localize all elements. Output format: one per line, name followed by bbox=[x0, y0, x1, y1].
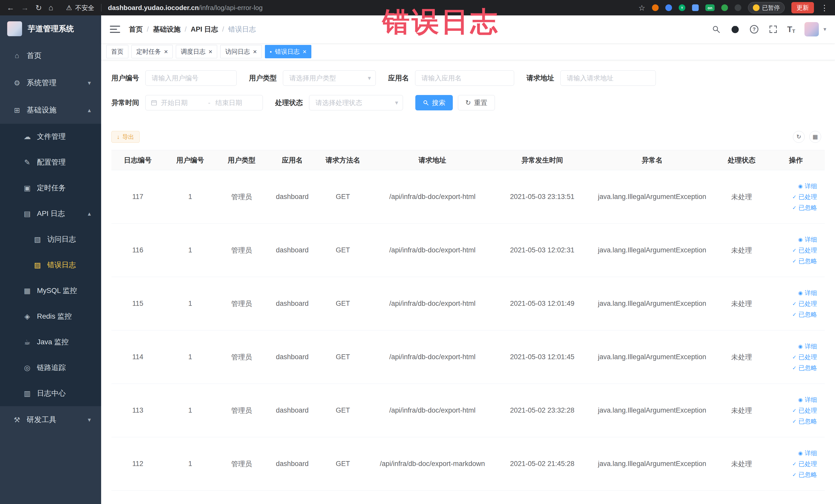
close-icon[interactable]: × bbox=[164, 48, 168, 55]
filter-exception-time: 异常时间 开始日期 - 结束日期 bbox=[111, 95, 263, 110]
sidebar-item-access-log[interactable]: ▧ 访问日志 bbox=[0, 226, 101, 252]
processed-link[interactable]: ✓已处理 bbox=[792, 300, 817, 308]
request-url-input[interactable] bbox=[561, 70, 656, 86]
font-size-icon[interactable]: TT bbox=[787, 25, 795, 34]
tab-label: 定时任务 bbox=[136, 47, 161, 56]
detail-link[interactable]: ◉详细 bbox=[798, 342, 817, 350]
processed-link[interactable]: ✓已处理 bbox=[792, 353, 817, 361]
extension-icon[interactable]: on bbox=[705, 4, 715, 11]
user-type-cell: 管理员 bbox=[217, 384, 267, 437]
sidebar-item-java-monitor[interactable]: ☕ Java 监控 bbox=[0, 329, 101, 355]
browser-menu-icon[interactable]: ⋮ bbox=[821, 3, 828, 12]
logo[interactable]: 芋道管理系统 bbox=[0, 15, 101, 42]
sidebar-item-redis-monitor[interactable]: ◈ Redis 监控 bbox=[0, 303, 101, 329]
error-log-table: 日志编号 用户编号 用户类型 应用名 请求方法名 请求地址 异常发生时间 异常名… bbox=[111, 150, 825, 491]
time-cell: 2021-05-03 12:01:49 bbox=[497, 277, 588, 330]
extension-icon[interactable]: Y bbox=[679, 4, 685, 11]
breadcrumb-separator: / bbox=[222, 25, 224, 33]
processed-link[interactable]: ✓已处理 bbox=[792, 193, 817, 201]
ignored-link[interactable]: ✓已忽略 bbox=[792, 364, 817, 372]
address-bar[interactable]: dashboard.yudao.iocoder.cn/infra/log/api… bbox=[108, 4, 263, 12]
tab-home[interactable]: 首页 bbox=[106, 45, 128, 58]
back-icon[interactable]: ← bbox=[7, 3, 14, 12]
refresh-button[interactable]: ↻ bbox=[793, 131, 805, 143]
search-button[interactable]: 搜索 bbox=[415, 95, 453, 110]
ignored-link[interactable]: ✓已忽略 bbox=[792, 257, 817, 265]
github-icon[interactable] bbox=[730, 24, 740, 34]
app-name-input[interactable] bbox=[415, 70, 514, 86]
exception-cell: java.lang.IllegalArgumentException bbox=[588, 224, 716, 277]
close-icon[interactable]: × bbox=[303, 48, 306, 55]
fullscreen-icon[interactable] bbox=[768, 24, 778, 34]
detail-link[interactable]: ◉详细 bbox=[798, 182, 817, 190]
ignored-link[interactable]: ✓已忽略 bbox=[792, 471, 817, 479]
extension-icon[interactable] bbox=[665, 4, 672, 11]
detail-link[interactable]: ◉详细 bbox=[798, 289, 817, 297]
column-settings-button[interactable]: ▦ bbox=[809, 131, 821, 143]
sidebar-item-file-management[interactable]: ☁ 文件管理 bbox=[0, 124, 101, 149]
sidebar-item-log-center[interactable]: ▥ 日志中心 bbox=[0, 381, 101, 406]
log-id-cell: 117 bbox=[111, 170, 164, 223]
search-icon[interactable] bbox=[711, 24, 721, 34]
tab-error-log[interactable]: ● 错误日志 × bbox=[265, 45, 312, 58]
exception-cell: java.lang.IllegalArgumentException bbox=[588, 384, 716, 437]
user-avatar[interactable] bbox=[805, 22, 819, 37]
processed-link[interactable]: ✓已处理 bbox=[792, 406, 817, 415]
ignored-label: 已忽略 bbox=[798, 471, 817, 479]
help-icon[interactable]: ? bbox=[749, 24, 759, 34]
extension-icon[interactable] bbox=[652, 4, 659, 11]
caret-down-icon[interactable]: ▾ bbox=[823, 26, 826, 33]
detail-link[interactable]: ◉详细 bbox=[798, 236, 817, 244]
processed-link[interactable]: ✓已处理 bbox=[792, 460, 817, 468]
reload-icon[interactable]: ↻ bbox=[36, 3, 42, 12]
tab-access-log[interactable]: 访问日志 × bbox=[220, 45, 262, 58]
cloud-icon: ☁ bbox=[23, 133, 32, 141]
sidebar-item-config-management[interactable]: ✎ 配置管理 bbox=[0, 149, 101, 175]
process-status-select[interactable]: 请选择处理状态 ▾ bbox=[309, 95, 403, 110]
close-icon[interactable]: × bbox=[253, 48, 257, 55]
sidebar-item-infrastructure[interactable]: ⊞ 基础设施 ▴ bbox=[0, 97, 101, 124]
extension-icon[interactable] bbox=[735, 4, 741, 11]
breadcrumb-item[interactable]: 首页 bbox=[129, 25, 143, 34]
forward-icon[interactable]: → bbox=[21, 3, 29, 12]
paused-badge[interactable]: 已暂停 bbox=[748, 2, 785, 13]
reset-button[interactable]: ↻ 重置 bbox=[458, 95, 495, 110]
tab-scheduled-jobs[interactable]: 定时任务 × bbox=[131, 45, 173, 58]
breadcrumb-item[interactable]: 基础设施 bbox=[153, 25, 181, 34]
menu-toggle-icon[interactable] bbox=[110, 26, 120, 33]
sidebar-item-trace[interactable]: ◎ 链路追踪 bbox=[0, 355, 101, 381]
user-type-select[interactable]: 请选择用户类型 ▾ bbox=[283, 70, 376, 86]
sidebar-item-scheduled-jobs[interactable]: ▣ 定时任务 bbox=[0, 175, 101, 201]
ignored-link[interactable]: ✓已忽略 bbox=[792, 417, 817, 425]
extension-icon[interactable] bbox=[692, 4, 699, 11]
sidebar-item-system-management[interactable]: ⚙ 系统管理 ▾ bbox=[0, 69, 101, 97]
update-button[interactable]: 更新 bbox=[791, 2, 814, 13]
check-icon: ✓ bbox=[792, 355, 796, 360]
table-header: 日志编号 用户编号 用户类型 应用名 请求方法名 请求地址 异常发生时间 异常名… bbox=[111, 150, 825, 170]
sidebar-item-dev-tools[interactable]: ⚒ 研发工具 ▾ bbox=[0, 406, 101, 434]
close-icon[interactable]: × bbox=[208, 48, 212, 55]
breadcrumb-item[interactable]: API 日志 bbox=[191, 25, 218, 34]
processed-link[interactable]: ✓已处理 bbox=[792, 246, 817, 255]
sidebar-item-api-log[interactable]: ▤ API 日志 ▴ bbox=[0, 201, 101, 226]
user-id-input[interactable] bbox=[145, 70, 237, 86]
processed-label: 已处理 bbox=[798, 246, 817, 255]
filter-user-type: 用户类型 请选择用户类型 ▾ bbox=[249, 70, 376, 86]
home-icon: ⌂ bbox=[12, 52, 22, 60]
sidebar-item-home[interactable]: ⌂ 首页 bbox=[0, 42, 101, 69]
security-chip[interactable]: ⚠ 不安全 bbox=[66, 4, 94, 12]
tab-schedule-log[interactable]: 调度日志 × bbox=[176, 45, 217, 58]
sidebar-item-label: Redis 监控 bbox=[37, 311, 72, 321]
sidebar-item-mysql-monitor[interactable]: ▦ MySQL 监控 bbox=[0, 278, 101, 303]
ignored-link[interactable]: ✓已忽略 bbox=[792, 204, 817, 212]
app-cell: dashboard bbox=[267, 437, 318, 490]
date-range-picker[interactable]: 开始日期 - 结束日期 bbox=[145, 95, 263, 110]
export-button[interactable]: ↓ 导出 bbox=[111, 131, 140, 143]
sidebar-item-error-log[interactable]: ▨ 错误日志 bbox=[0, 252, 101, 278]
detail-link[interactable]: ◉详细 bbox=[798, 396, 817, 404]
bookmark-star-icon[interactable]: ☆ bbox=[638, 3, 645, 12]
ignored-link[interactable]: ✓已忽略 bbox=[792, 310, 817, 319]
browser-home-icon[interactable]: ⌂ bbox=[48, 3, 53, 12]
detail-link[interactable]: ◉详细 bbox=[798, 449, 817, 457]
extension-icon[interactable] bbox=[721, 4, 728, 11]
